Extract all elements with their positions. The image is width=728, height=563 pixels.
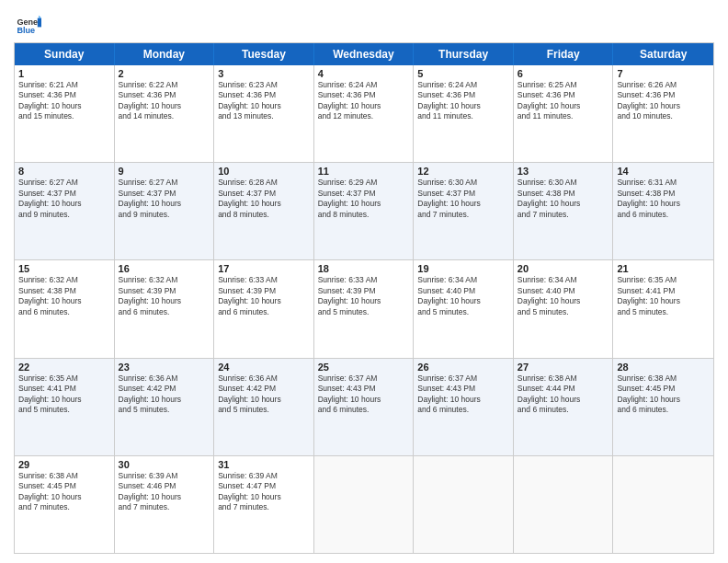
calendar-cell: 2Sunrise: 6:22 AM Sunset: 4:36 PM Daylig… (115, 65, 215, 162)
calendar-cell: 12Sunrise: 6:30 AM Sunset: 4:37 PM Dayli… (414, 163, 514, 259)
logo: General Blue (14, 13, 41, 39)
day-info: Sunrise: 6:30 AM Sunset: 4:37 PM Dayligh… (417, 178, 509, 220)
calendar-cell: 14Sunrise: 6:31 AM Sunset: 4:38 PM Dayli… (613, 163, 713, 259)
svg-marker-2 (38, 18, 41, 28)
day-number: 16 (119, 263, 210, 274)
day-info: Sunrise: 6:29 AM Sunset: 4:37 PM Dayligh… (318, 178, 410, 220)
calendar-row: 1Sunrise: 6:21 AM Sunset: 4:36 PM Daylig… (15, 65, 713, 163)
day-number: 2 (119, 68, 210, 79)
day-info: Sunrise: 6:35 AM Sunset: 4:41 PM Dayligh… (18, 373, 110, 416)
day-info: Sunrise: 6:36 AM Sunset: 4:42 PM Dayligh… (119, 373, 210, 416)
day-number: 11 (318, 166, 410, 177)
calendar-row: 15Sunrise: 6:32 AM Sunset: 4:38 PM Dayli… (15, 260, 713, 358)
day-number: 1 (18, 68, 110, 79)
calendar-cell (514, 456, 614, 553)
calendar-cell: 15Sunrise: 6:32 AM Sunset: 4:38 PM Dayli… (15, 260, 115, 357)
day-number: 14 (617, 166, 710, 177)
day-info: Sunrise: 6:28 AM Sunset: 4:37 PM Dayligh… (218, 178, 310, 220)
day-info: Sunrise: 6:25 AM Sunset: 4:36 PM Dayligh… (518, 80, 609, 122)
day-info: Sunrise: 6:33 AM Sunset: 4:39 PM Dayligh… (318, 275, 410, 317)
day-number: 26 (417, 362, 509, 373)
calendar-cell: 19Sunrise: 6:34 AM Sunset: 4:40 PM Dayli… (414, 260, 514, 357)
day-number: 27 (518, 362, 609, 373)
calendar-cell: 18Sunrise: 6:33 AM Sunset: 4:39 PM Dayli… (314, 260, 415, 357)
day-info: Sunrise: 6:27 AM Sunset: 4:37 PM Dayligh… (119, 178, 210, 220)
calendar-cell: 24Sunrise: 6:36 AM Sunset: 4:42 PM Dayli… (214, 359, 314, 455)
calendar-body: 1Sunrise: 6:21 AM Sunset: 4:36 PM Daylig… (15, 65, 713, 553)
day-info: Sunrise: 6:34 AM Sunset: 4:40 PM Dayligh… (518, 275, 609, 317)
calendar-cell: 23Sunrise: 6:36 AM Sunset: 4:42 PM Dayli… (115, 359, 215, 455)
cal-header-cell: Saturday (613, 43, 713, 65)
calendar-cell: 11Sunrise: 6:29 AM Sunset: 4:37 PM Dayli… (314, 163, 415, 259)
day-info: Sunrise: 6:36 AM Sunset: 4:42 PM Dayligh… (218, 373, 310, 416)
calendar: SundayMondayTuesdayWednesdayThursdayFrid… (14, 42, 714, 554)
day-number: 18 (318, 263, 410, 274)
page: General Blue SundayMondayTuesdayWednesda… (0, 0, 728, 563)
day-number: 21 (617, 263, 710, 274)
day-info: Sunrise: 6:37 AM Sunset: 4:43 PM Dayligh… (318, 373, 410, 416)
calendar-cell: 6Sunrise: 6:25 AM Sunset: 4:36 PM Daylig… (514, 65, 614, 162)
day-info: Sunrise: 6:32 AM Sunset: 4:38 PM Dayligh… (18, 275, 110, 317)
calendar-cell (414, 456, 514, 553)
calendar-cell (613, 456, 713, 553)
day-number: 29 (18, 459, 110, 470)
calendar-cell: 27Sunrise: 6:38 AM Sunset: 4:44 PM Dayli… (514, 359, 614, 455)
calendar-cell: 25Sunrise: 6:37 AM Sunset: 4:43 PM Dayli… (314, 359, 415, 455)
calendar-row: 22Sunrise: 6:35 AM Sunset: 4:41 PM Dayli… (15, 359, 713, 456)
day-info: Sunrise: 6:33 AM Sunset: 4:39 PM Dayligh… (218, 275, 310, 317)
day-number: 10 (218, 166, 310, 177)
day-info: Sunrise: 6:39 AM Sunset: 4:46 PM Dayligh… (119, 471, 210, 513)
day-number: 12 (417, 166, 509, 177)
cal-header-cell: Tuesday (214, 43, 314, 65)
day-info: Sunrise: 6:32 AM Sunset: 4:39 PM Dayligh… (119, 275, 210, 317)
day-number: 25 (318, 362, 410, 373)
cal-header-cell: Monday (115, 43, 215, 65)
day-info: Sunrise: 6:31 AM Sunset: 4:38 PM Dayligh… (617, 178, 710, 220)
day-number: 30 (119, 459, 210, 470)
day-number: 31 (218, 459, 310, 470)
day-number: 5 (417, 68, 509, 79)
calendar-cell: 5Sunrise: 6:24 AM Sunset: 4:36 PM Daylig… (414, 65, 514, 162)
calendar-cell: 7Sunrise: 6:26 AM Sunset: 4:36 PM Daylig… (613, 65, 713, 162)
calendar-cell: 30Sunrise: 6:39 AM Sunset: 4:46 PM Dayli… (115, 456, 215, 553)
day-number: 9 (119, 166, 210, 177)
svg-text:Blue: Blue (17, 26, 35, 35)
calendar-row: 8Sunrise: 6:27 AM Sunset: 4:37 PM Daylig… (15, 163, 713, 260)
calendar-cell: 1Sunrise: 6:21 AM Sunset: 4:36 PM Daylig… (15, 65, 115, 162)
cal-header-cell: Sunday (15, 43, 115, 65)
day-info: Sunrise: 6:30 AM Sunset: 4:38 PM Dayligh… (518, 178, 609, 220)
calendar-cell: 26Sunrise: 6:37 AM Sunset: 4:43 PM Dayli… (414, 359, 514, 455)
day-number: 23 (119, 362, 210, 373)
calendar-cell: 8Sunrise: 6:27 AM Sunset: 4:37 PM Daylig… (15, 163, 115, 259)
calendar-cell: 31Sunrise: 6:39 AM Sunset: 4:47 PM Dayli… (214, 456, 314, 553)
day-number: 17 (218, 263, 310, 274)
calendar-cell (314, 456, 415, 553)
day-number: 4 (318, 68, 410, 79)
calendar-row: 29Sunrise: 6:38 AM Sunset: 4:45 PM Dayli… (15, 456, 713, 553)
cal-header-cell: Wednesday (314, 43, 415, 65)
calendar-cell: 21Sunrise: 6:35 AM Sunset: 4:41 PM Dayli… (613, 260, 713, 357)
day-info: Sunrise: 6:34 AM Sunset: 4:40 PM Dayligh… (417, 275, 509, 317)
day-info: Sunrise: 6:38 AM Sunset: 4:45 PM Dayligh… (18, 471, 110, 513)
day-number: 22 (18, 362, 110, 373)
day-info: Sunrise: 6:24 AM Sunset: 4:36 PM Dayligh… (318, 80, 410, 122)
cal-header-cell: Thursday (414, 43, 514, 65)
day-number: 20 (518, 263, 609, 274)
day-info: Sunrise: 6:21 AM Sunset: 4:36 PM Dayligh… (18, 80, 110, 122)
header: General Blue (14, 9, 714, 39)
calendar-header: SundayMondayTuesdayWednesdayThursdayFrid… (15, 43, 713, 65)
calendar-cell: 22Sunrise: 6:35 AM Sunset: 4:41 PM Dayli… (15, 359, 115, 455)
calendar-cell: 10Sunrise: 6:28 AM Sunset: 4:37 PM Dayli… (214, 163, 314, 259)
day-info: Sunrise: 6:37 AM Sunset: 4:43 PM Dayligh… (417, 373, 509, 416)
calendar-cell: 4Sunrise: 6:24 AM Sunset: 4:36 PM Daylig… (314, 65, 415, 162)
day-number: 8 (18, 166, 110, 177)
calendar-cell: 20Sunrise: 6:34 AM Sunset: 4:40 PM Dayli… (514, 260, 614, 357)
day-number: 15 (18, 263, 110, 274)
calendar-cell: 13Sunrise: 6:30 AM Sunset: 4:38 PM Dayli… (514, 163, 614, 259)
day-number: 19 (417, 263, 509, 274)
day-info: Sunrise: 6:38 AM Sunset: 4:44 PM Dayligh… (518, 373, 609, 416)
cal-header-cell: Friday (514, 43, 614, 65)
day-info: Sunrise: 6:22 AM Sunset: 4:36 PM Dayligh… (119, 80, 210, 122)
day-number: 24 (218, 362, 310, 373)
calendar-cell: 3Sunrise: 6:23 AM Sunset: 4:36 PM Daylig… (214, 65, 314, 162)
